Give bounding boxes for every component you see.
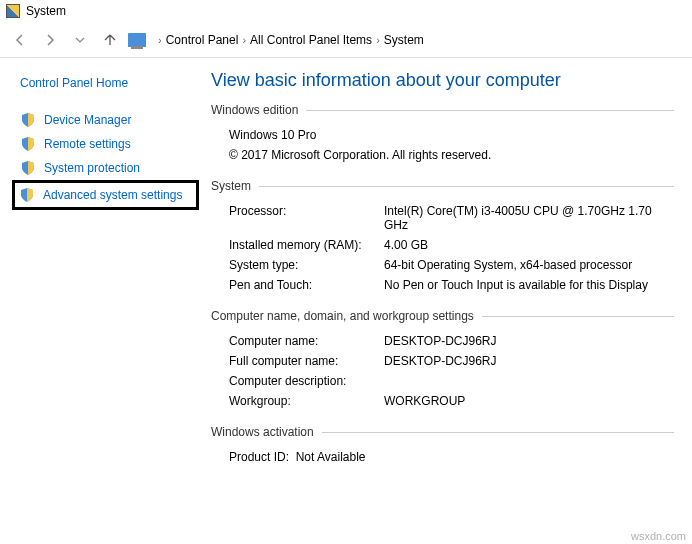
section-heading-computer: Computer name, domain, and workgroup set… [211,309,474,323]
monitor-icon [128,33,146,47]
shield-icon [20,136,36,152]
main-content: View basic information about your comput… [205,58,692,544]
computer-description-label: Computer description: [229,374,384,388]
chevron-right-icon: › [158,34,162,46]
toolbar: › Control Panel › All Control Panel Item… [0,22,692,58]
chevron-right-icon: › [376,34,380,46]
sidebar: Control Panel Home Device Manager Remote… [0,58,205,544]
computer-name-value: DESKTOP-DCJ96RJ [384,334,674,348]
full-computer-name-label: Full computer name: [229,354,384,368]
divider [482,316,674,317]
edition-value: Windows 10 Pro [229,128,674,142]
forward-button[interactable] [38,28,62,52]
sidebar-item-label: Advanced system settings [43,188,182,202]
sidebar-item-remote-settings[interactable]: Remote settings [20,132,199,156]
sidebar-item-system-protection[interactable]: System protection [20,156,199,180]
workgroup-label: Workgroup: [229,394,384,408]
shield-icon [19,187,35,203]
product-id-label: Product ID: [229,450,289,464]
breadcrumb[interactable]: › Control Panel › All Control Panel Item… [158,33,424,47]
watermark: wsxdn.com [631,530,686,542]
sidebar-item-label: System protection [44,161,140,175]
section-heading-activation: Windows activation [211,425,314,439]
pen-touch-label: Pen and Touch: [229,278,384,292]
crumb-control-panel[interactable]: Control Panel [166,33,239,47]
control-panel-home-link[interactable]: Control Panel Home [20,76,199,90]
shield-icon [20,160,36,176]
sidebar-item-label: Remote settings [44,137,131,151]
shield-icon [20,112,36,128]
computer-name-label: Computer name: [229,334,384,348]
system-type-label: System type: [229,258,384,272]
recent-dropdown[interactable] [68,28,92,52]
product-id-value: Not Available [296,450,366,464]
computer-description-value [384,374,674,388]
window-title: System [26,4,66,18]
system-icon [6,4,20,18]
crumb-all-items[interactable]: All Control Panel Items [250,33,372,47]
page-title: View basic information about your comput… [211,70,674,91]
divider [259,186,674,187]
sidebar-item-label: Device Manager [44,113,131,127]
divider [306,110,674,111]
back-button[interactable] [8,28,32,52]
ram-value: 4.00 GB [384,238,674,252]
pen-touch-value: No Pen or Touch Input is available for t… [384,278,674,292]
section-heading-system: System [211,179,251,193]
up-button[interactable] [98,28,122,52]
section-heading-windows-edition: Windows edition [211,103,298,117]
title-bar: System [0,0,692,22]
chevron-right-icon: › [242,34,246,46]
sidebar-item-advanced-system-settings[interactable]: Advanced system settings [12,180,199,210]
crumb-system[interactable]: System [384,33,424,47]
ram-label: Installed memory (RAM): [229,238,384,252]
divider [322,432,674,433]
sidebar-item-device-manager[interactable]: Device Manager [20,108,199,132]
processor-value: Intel(R) Core(TM) i3-4005U CPU @ 1.70GHz… [384,204,674,232]
workgroup-value: WORKGROUP [384,394,674,408]
system-type-value: 64-bit Operating System, x64-based proce… [384,258,674,272]
copyright-text: © 2017 Microsoft Corporation. All rights… [229,148,674,162]
full-computer-name-value: DESKTOP-DCJ96RJ [384,354,674,368]
processor-label: Processor: [229,204,384,232]
